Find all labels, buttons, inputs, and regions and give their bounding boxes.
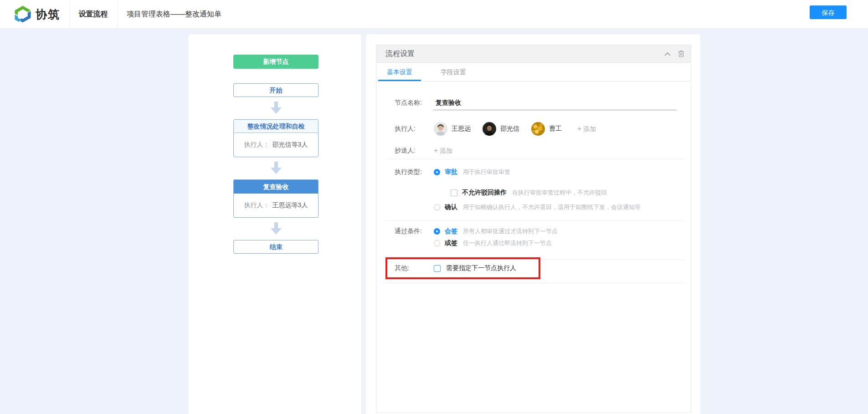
add-node-button[interactable]: 新增节点 [233, 55, 318, 69]
checkbox-assign-next-executor[interactable] [434, 265, 441, 272]
checkbox-no-reject-label[interactable]: 不允许驳回操作 [462, 189, 507, 197]
flow-node-title: 复查验收 [234, 180, 318, 194]
executor-chip[interactable]: 王思远 [434, 122, 471, 136]
form-divider [385, 259, 685, 260]
form-row-cc: 抄送人: +添加 [395, 146, 452, 155]
executor-chip[interactable]: 邵光信 [483, 122, 519, 136]
form-divider [385, 159, 685, 159]
trash-icon[interactable] [678, 50, 684, 57]
flow-settings-panel: 流程设置 基本设置 字段设置 节点名称: 复查验收 执行人: [376, 45, 691, 413]
radio-confirm-desc: 用于知晓确认执行人，不允许退回，适用于如图纸下发，会议通知等 [463, 203, 641, 211]
avatar [434, 122, 447, 136]
flow-node-executor-value: 邵光信等3人 [272, 141, 308, 149]
cc-label: 抄送人: [395, 147, 434, 155]
executor-name: 王思远 [452, 125, 471, 133]
node-name-label: 节点名称: [395, 99, 434, 107]
form-row-confirm: 确认 用于知晓确认执行人，不允许退回，适用于如图纸下发，会议通知等 [434, 203, 641, 212]
add-executor-button[interactable]: +添加 [577, 125, 596, 133]
exec-type-label: 执行类型: [395, 168, 434, 176]
add-cc-button[interactable]: +添加 [434, 147, 452, 155]
form-divider [385, 283, 685, 283]
node-name-input[interactable]: 复查验收 [436, 99, 461, 107]
panel-title: 流程设置 [385, 49, 657, 59]
panel-header: 流程设置 [376, 45, 691, 63]
pass-condition-label: 通过条件: [395, 227, 434, 235]
radio-orsign-label[interactable]: 或签 [445, 239, 457, 247]
flowchart-panel: 新增节点 开始 整改情况处理和自检 执行人： 邵光信等3人 复查验收 执行人： … [188, 34, 361, 414]
radio-confirm[interactable] [434, 204, 440, 210]
form-row-other: 其他: 需要指定下一节点执行人 [395, 264, 516, 273]
tab-basic-settings[interactable]: 基本设置 [378, 63, 421, 81]
settings-card: 流程设置 基本设置 字段设置 节点名称: 复查验收 执行人: [366, 34, 700, 414]
radio-orsign[interactable] [434, 240, 440, 246]
plus-icon: + [434, 147, 438, 154]
logo-text: 协筑 [36, 7, 60, 22]
radio-approve-label[interactable]: 审批 [445, 168, 457, 176]
flow-node-self-check[interactable]: 整改情况处理和自检 执行人： 邵光信等3人 [233, 119, 318, 157]
flow-node-executor-label: 执行人： [244, 141, 270, 149]
form-row-node-name: 节点名称: 复查验收 [395, 98, 461, 107]
flow-start-node[interactable]: 开始 [233, 83, 318, 97]
radio-countersign-desc: 所有人都审批通过才流转到下一节点 [463, 227, 558, 235]
form-row-no-reject: 不允许驳回操作 在执行审批审查过程中，不允许驳回 [451, 188, 607, 197]
flow-arrow-icon [271, 222, 282, 235]
radio-countersign-label[interactable]: 会签 [445, 227, 457, 235]
radio-approve[interactable] [434, 169, 440, 175]
flow-node-title: 整改情况处理和自检 [234, 120, 318, 133]
flow-node-executor-label: 执行人： [244, 201, 270, 210]
tab-field-settings[interactable]: 字段设置 [432, 63, 475, 81]
other-label: 其他: [395, 264, 434, 272]
form-row-executors: 执行人: 王思远 邵光信 [395, 122, 596, 136]
logo-icon [14, 5, 32, 23]
avatar [531, 122, 545, 136]
executor-chip[interactable]: 曹工 [531, 122, 562, 136]
flow-arrow-icon [271, 102, 282, 114]
form-divider [385, 220, 685, 221]
save-button[interactable]: 保存 [810, 5, 847, 19]
node-name-input-underline [433, 110, 677, 110]
flow-arrow-icon [271, 162, 282, 174]
executor-name: 曹工 [549, 125, 562, 133]
flow-node-executor-value: 王思远等3人 [272, 201, 308, 210]
form-row-or-sign: 或签 任一执行人通过即流转到下一节点 [434, 239, 552, 248]
plus-icon: + [577, 125, 581, 133]
nav-item-set-flow: 设置流程 [69, 0, 117, 28]
form-row-exec-type: 执行类型: 审批 用于执行审批审查 [395, 168, 510, 177]
chevron-up-icon[interactable] [664, 52, 671, 56]
executor-chips: 王思远 邵光信 曹工 +添加 [434, 122, 596, 136]
flow-end-node[interactable]: 结束 [233, 240, 318, 254]
radio-confirm-label[interactable]: 确认 [445, 203, 457, 211]
executors-label: 执行人: [395, 125, 434, 133]
radio-orsign-desc: 任一执行人通过即流转到下一节点 [463, 239, 552, 247]
checkbox-no-reject-desc: 在执行审批审查过程中，不允许驳回 [512, 189, 607, 197]
executor-name: 邵光信 [500, 125, 519, 133]
header-divider [117, 0, 118, 28]
flow-node-review-accept[interactable]: 复查验收 执行人： 王思远等3人 [233, 179, 318, 218]
panel-tabs: 基本设置 字段设置 [376, 63, 691, 82]
page-title: 项目管理表格——整改通知单 [127, 0, 221, 28]
avatar [483, 122, 496, 136]
checkbox-assign-next-executor-label[interactable]: 需要指定下一节点执行人 [446, 264, 516, 272]
radio-countersign[interactable] [434, 228, 440, 235]
checkbox-no-reject[interactable] [451, 189, 457, 196]
form-row-pass-condition: 通过条件: 会签 所有人都审批通过才流转到下一节点 [395, 227, 558, 236]
app-logo: 协筑 [14, 0, 60, 28]
top-header: 协筑 设置流程 项目管理表格——整改通知单 保存 [0, 0, 868, 29]
radio-approve-desc: 用于执行审批审查 [463, 168, 510, 176]
